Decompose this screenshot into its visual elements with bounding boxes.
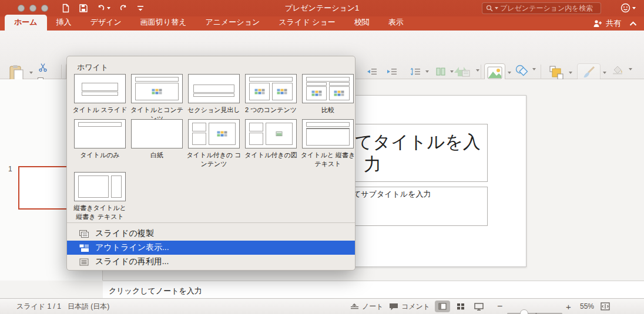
- comment-icon: [389, 303, 398, 310]
- layout-option-comparison[interactable]: 比較: [300, 74, 356, 114]
- columns-button[interactable]: [432, 65, 449, 79]
- undo-button[interactable]: [96, 4, 110, 13]
- language-indicator[interactable]: 日本語 (日本): [68, 299, 109, 314]
- minimize-window-button[interactable]: [29, 5, 36, 12]
- shapes-dropdown-arrow[interactable]: [532, 68, 536, 70]
- new-file-icon[interactable]: [61, 4, 71, 13]
- slideshow-view-button[interactable]: [471, 301, 487, 312]
- layout-option-section-header[interactable]: セクション見出し: [186, 74, 242, 114]
- layout-label: 縦書きタイトルと縦書き テキスト: [72, 204, 128, 221]
- scissors-icon: [38, 63, 48, 72]
- picture-dropdown-arrow[interactable]: [508, 72, 511, 74]
- close-window-button[interactable]: [18, 5, 25, 12]
- layout-option-title-only[interactable]: タイトルのみ: [72, 119, 128, 160]
- layout-option-title-and-content[interactable]: タイトルとコンテンツ: [129, 74, 185, 123]
- menu-item-label: スライドの複製: [95, 228, 154, 239]
- content-placeholder-icons: [254, 89, 264, 94]
- tab-review[interactable]: 校閲: [345, 15, 379, 31]
- tab-transitions[interactable]: 画面切り替え: [131, 15, 196, 31]
- normal-view-button[interactable]: [435, 301, 450, 312]
- tab-home[interactable]: ホーム: [5, 15, 47, 31]
- menu-separator: [67, 222, 355, 223]
- collapse-ribbon-icon[interactable]: [629, 21, 637, 26]
- layout-label: セクション見出し: [186, 106, 242, 114]
- layout-label: タイトル付きの コンテンツ: [186, 151, 242, 168]
- notes-pane[interactable]: クリックしてノートを入力: [103, 281, 644, 298]
- convert-to-smartart-button[interactable]: [450, 63, 474, 79]
- quick-styles-dropdown-arrow[interactable]: [603, 72, 606, 74]
- increase-indent-icon: [387, 67, 397, 76]
- notes-toggle[interactable]: ノート: [350, 299, 384, 314]
- menu-item-label: アウトライン表示...: [95, 242, 169, 253]
- layout-option-picture-with-caption[interactable]: タイトル付きの図: [243, 119, 299, 160]
- cut-button[interactable]: [35, 62, 51, 73]
- layout-label: タイトルのみ: [72, 151, 128, 160]
- shapes-icon: [515, 65, 529, 76]
- layout-label: タイトル スライド: [72, 106, 128, 114]
- tab-label: スライド ショー: [279, 18, 335, 26]
- tab-view[interactable]: 表示: [379, 15, 413, 31]
- smiley-icon: [620, 3, 630, 13]
- layout-option-content-with-caption[interactable]: タイトル付きの コンテンツ: [186, 119, 242, 168]
- tab-insert[interactable]: 挿入: [47, 15, 81, 31]
- layout-label: タイトルと 縦書きテキスト: [300, 151, 356, 168]
- tab-label: 表示: [388, 18, 404, 26]
- quick-styles-brush-icon: [581, 66, 596, 80]
- layout-preview: [74, 119, 126, 148]
- share-button[interactable]: 共有: [593, 18, 621, 29]
- line-spacing-button[interactable]: [407, 65, 424, 79]
- feedback-button[interactable]: [620, 3, 636, 13]
- zoom-in-button[interactable]: +: [566, 299, 571, 314]
- fill-bucket-icon: [612, 65, 623, 75]
- search-field[interactable]: プレゼンテーション内を検索: [482, 2, 601, 14]
- tab-label: 画面切り替え: [140, 18, 187, 26]
- redo-button[interactable]: [119, 4, 128, 13]
- layout-option-title-vertical-text[interactable]: タイトルと 縦書きテキスト: [300, 119, 356, 168]
- layout-option-vertical-title-text[interactable]: 縦書きタイトルと縦書き テキスト: [72, 172, 128, 221]
- comments-toggle[interactable]: コメント: [389, 299, 430, 314]
- new-slide-layout-menu: ホワイト タイトル スライドタイトルとコンテンツセクション見出し2 つのコンテン…: [66, 56, 355, 271]
- menu-item-duplicate-slide[interactable]: スライドの複製: [67, 227, 355, 241]
- layout-option-two-content[interactable]: 2 つのコンテンツ: [243, 74, 299, 114]
- zoom-level[interactable]: 55%: [580, 299, 594, 314]
- shapes-button[interactable]: [512, 63, 531, 78]
- decrease-indent-button[interactable]: [363, 65, 381, 79]
- slide-sorter-view-button[interactable]: [453, 301, 468, 312]
- undo-dropdown-arrow[interactable]: [107, 7, 110, 9]
- smartart-dropdown-arrow[interactable]: [476, 69, 479, 72]
- window-controls: [18, 5, 48, 12]
- arrange-dropdown-arrow[interactable]: [569, 72, 572, 74]
- save-icon[interactable]: [79, 4, 88, 13]
- zoom-out-button[interactable]: −: [497, 299, 502, 314]
- fit-slide-button[interactable]: [601, 299, 610, 314]
- tab-slideshow[interactable]: スライド ショー: [269, 15, 344, 31]
- customize-toolbar-button[interactable]: [136, 4, 145, 12]
- theme-section-header: ホワイト: [77, 62, 108, 73]
- paste-dropdown-arrow[interactable]: [29, 72, 33, 74]
- line-spacing-dropdown-arrow[interactable]: [425, 70, 429, 73]
- notes-icon: [350, 303, 359, 310]
- powerpoint-window: プレゼンテーション1 プレゼンテーション内を検索 ホーム挿入デザイン画面切り替え…: [0, 0, 644, 314]
- layout-label: 白紙: [129, 151, 185, 160]
- layout-option-blank[interactable]: 白紙: [129, 119, 185, 160]
- picture-placeholder-icon: [276, 131, 282, 136]
- tab-label: 挿入: [56, 18, 72, 26]
- menu-item-outline-view[interactable]: アウトライン表示...: [67, 241, 355, 255]
- tab-animations[interactable]: アニメーション: [196, 15, 269, 31]
- layout-preview: [74, 74, 126, 103]
- shape-fill-button[interactable]: [609, 63, 626, 76]
- search-scope-arrow[interactable]: [495, 7, 498, 9]
- status-bar: スライド 1 / 1 日本語 (日本) ノート コメント −: [0, 298, 644, 314]
- titlebar: プレゼンテーション1 プレゼンテーション内を検索: [0, 0, 644, 16]
- window-title: プレゼンテーション1: [285, 0, 360, 16]
- comments-toggle-label: コメント: [401, 302, 430, 312]
- layout-option-title-slide[interactable]: タイトル スライド: [72, 74, 128, 114]
- zoom-slider-knob[interactable]: [520, 309, 528, 314]
- columns-icon: [436, 67, 445, 76]
- tab-design[interactable]: デザイン: [81, 15, 131, 31]
- menu-item-reuse-slides[interactable]: スライドの再利用...: [67, 255, 355, 269]
- increase-indent-button[interactable]: [383, 65, 401, 79]
- shape-fill-dropdown-arrow[interactable]: [629, 68, 632, 70]
- tab-label: デザイン: [90, 18, 122, 26]
- zoom-window-button[interactable]: [41, 5, 48, 12]
